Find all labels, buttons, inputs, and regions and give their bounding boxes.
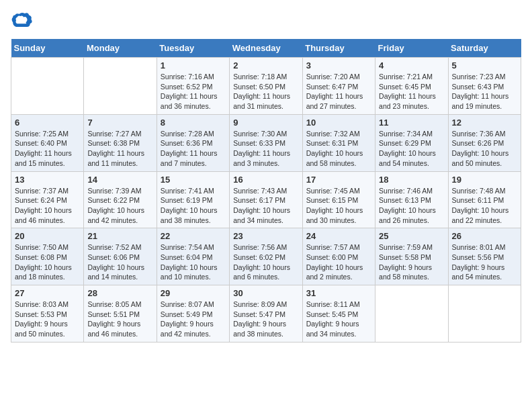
day-number: 30 <box>233 288 298 298</box>
day-number: 23 <box>233 231 298 241</box>
day-number: 14 <box>87 175 152 185</box>
day-number: 1 <box>161 60 226 71</box>
weekday-header-thursday: Thursday <box>302 39 375 58</box>
day-detail: Sunrise: 8:11 AM Sunset: 5:45 PM Dayligh… <box>306 300 371 339</box>
day-detail: Sunrise: 7:43 AM Sunset: 6:17 PM Dayligh… <box>233 186 298 226</box>
day-number: 4 <box>379 60 444 71</box>
calendar-cell: 7Sunrise: 7:27 AM Sunset: 6:38 PM Daylig… <box>84 114 157 171</box>
day-number: 9 <box>233 118 298 128</box>
calendar-cell: 24Sunrise: 7:57 AM Sunset: 6:00 PM Dayli… <box>302 228 375 285</box>
calendar-cell: 14Sunrise: 7:39 AM Sunset: 6:22 PM Dayli… <box>84 171 157 228</box>
day-detail: Sunrise: 7:59 AM Sunset: 5:58 PM Dayligh… <box>379 242 444 282</box>
day-detail: Sunrise: 7:34 AM Sunset: 6:29 PM Dayligh… <box>379 129 444 169</box>
day-detail: Sunrise: 7:30 AM Sunset: 6:33 PM Dayligh… <box>233 129 298 169</box>
calendar-cell: 16Sunrise: 7:43 AM Sunset: 6:17 PM Dayli… <box>230 171 302 228</box>
calendar-week-3: 13Sunrise: 7:37 AM Sunset: 6:24 PM Dayli… <box>11 171 521 228</box>
day-detail: Sunrise: 7:27 AM Sunset: 6:38 PM Dayligh… <box>87 129 152 169</box>
calendar-cell: 5Sunrise: 7:23 AM Sunset: 6:43 PM Daylig… <box>448 58 521 115</box>
calendar-cell: 31Sunrise: 8:11 AM Sunset: 5:45 PM Dayli… <box>302 285 375 342</box>
weekday-header-tuesday: Tuesday <box>157 39 229 58</box>
calendar-cell: 12Sunrise: 7:36 AM Sunset: 6:26 PM Dayli… <box>448 114 521 171</box>
weekday-header-wednesday: Wednesday <box>230 39 302 58</box>
day-number: 22 <box>161 231 226 241</box>
day-number: 6 <box>15 118 80 128</box>
weekday-header-row: SundayMondayTuesdayWednesdayThursdayFrid… <box>11 39 521 58</box>
day-detail: Sunrise: 7:57 AM Sunset: 6:00 PM Dayligh… <box>306 242 371 282</box>
calendar-cell <box>448 285 521 342</box>
day-number: 11 <box>379 118 444 128</box>
calendar-cell: 17Sunrise: 7:45 AM Sunset: 6:15 PM Dayli… <box>302 171 375 228</box>
calendar-table: SundayMondayTuesdayWednesdayThursdayFrid… <box>11 39 521 342</box>
day-detail: Sunrise: 7:46 AM Sunset: 6:13 PM Dayligh… <box>379 186 444 226</box>
calendar-cell: 11Sunrise: 7:34 AM Sunset: 6:29 PM Dayli… <box>375 114 448 171</box>
day-detail: Sunrise: 7:21 AM Sunset: 6:45 PM Dayligh… <box>379 72 444 111</box>
calendar-cell: 6Sunrise: 7:25 AM Sunset: 6:40 PM Daylig… <box>11 114 84 171</box>
calendar-cell: 13Sunrise: 7:37 AM Sunset: 6:24 PM Dayli… <box>11 171 84 228</box>
day-number: 31 <box>306 288 371 298</box>
day-detail: Sunrise: 7:20 AM Sunset: 6:47 PM Dayligh… <box>306 72 371 111</box>
calendar-cell: 3Sunrise: 7:20 AM Sunset: 6:47 PM Daylig… <box>302 58 375 115</box>
day-detail: Sunrise: 7:36 AM Sunset: 6:26 PM Dayligh… <box>452 129 517 169</box>
calendar-cell: 18Sunrise: 7:46 AM Sunset: 6:13 PM Dayli… <box>375 171 448 228</box>
day-number: 12 <box>452 118 517 128</box>
day-number: 2 <box>233 60 298 71</box>
day-number: 15 <box>161 175 226 185</box>
calendar-cell <box>11 58 84 115</box>
logo <box>11 11 35 32</box>
day-detail: Sunrise: 7:25 AM Sunset: 6:40 PM Dayligh… <box>15 129 80 169</box>
day-number: 27 <box>15 288 80 298</box>
calendar-cell: 9Sunrise: 7:30 AM Sunset: 6:33 PM Daylig… <box>230 114 302 171</box>
calendar-cell <box>375 285 448 342</box>
calendar-cell: 25Sunrise: 7:59 AM Sunset: 5:58 PM Dayli… <box>375 228 448 285</box>
day-detail: Sunrise: 8:09 AM Sunset: 5:47 PM Dayligh… <box>233 300 298 339</box>
calendar-cell: 26Sunrise: 8:01 AM Sunset: 5:56 PM Dayli… <box>448 228 521 285</box>
calendar-cell: 4Sunrise: 7:21 AM Sunset: 6:45 PM Daylig… <box>375 58 448 115</box>
calendar-cell: 2Sunrise: 7:18 AM Sunset: 6:50 PM Daylig… <box>230 58 302 115</box>
calendar-cell: 1Sunrise: 7:16 AM Sunset: 6:52 PM Daylig… <box>157 58 229 115</box>
day-number: 10 <box>306 118 371 128</box>
logo-icon <box>11 11 32 32</box>
weekday-header-sunday: Sunday <box>11 39 84 58</box>
day-detail: Sunrise: 7:23 AM Sunset: 6:43 PM Dayligh… <box>452 72 517 111</box>
day-detail: Sunrise: 8:03 AM Sunset: 5:53 PM Dayligh… <box>15 300 80 339</box>
day-number: 19 <box>452 175 517 185</box>
weekday-header-monday: Monday <box>84 39 157 58</box>
calendar-cell: 21Sunrise: 7:52 AM Sunset: 6:06 PM Dayli… <box>84 228 157 285</box>
day-number: 3 <box>306 60 371 71</box>
day-detail: Sunrise: 8:07 AM Sunset: 5:49 PM Dayligh… <box>161 300 226 339</box>
page-header <box>11 11 521 32</box>
calendar-cell: 30Sunrise: 8:09 AM Sunset: 5:47 PM Dayli… <box>230 285 302 342</box>
day-detail: Sunrise: 7:56 AM Sunset: 6:02 PM Dayligh… <box>233 242 298 282</box>
day-number: 13 <box>15 175 80 185</box>
calendar-cell: 10Sunrise: 7:32 AM Sunset: 6:31 PM Dayli… <box>302 114 375 171</box>
day-detail: Sunrise: 7:37 AM Sunset: 6:24 PM Dayligh… <box>15 186 80 226</box>
weekday-header-saturday: Saturday <box>448 39 521 58</box>
day-number: 17 <box>306 175 371 185</box>
calendar-week-4: 20Sunrise: 7:50 AM Sunset: 6:08 PM Dayli… <box>11 228 521 285</box>
day-number: 25 <box>379 231 444 241</box>
day-number: 24 <box>306 231 371 241</box>
day-detail: Sunrise: 7:54 AM Sunset: 6:04 PM Dayligh… <box>161 242 226 282</box>
day-number: 28 <box>87 288 152 298</box>
day-detail: Sunrise: 7:32 AM Sunset: 6:31 PM Dayligh… <box>306 129 371 169</box>
day-detail: Sunrise: 7:39 AM Sunset: 6:22 PM Dayligh… <box>87 186 152 226</box>
calendar-week-5: 27Sunrise: 8:03 AM Sunset: 5:53 PM Dayli… <box>11 285 521 342</box>
day-detail: Sunrise: 7:52 AM Sunset: 6:06 PM Dayligh… <box>87 242 152 282</box>
calendar-cell: 19Sunrise: 7:48 AM Sunset: 6:11 PM Dayli… <box>448 171 521 228</box>
day-detail: Sunrise: 7:41 AM Sunset: 6:19 PM Dayligh… <box>161 186 226 226</box>
day-number: 26 <box>452 231 517 241</box>
day-detail: Sunrise: 8:05 AM Sunset: 5:51 PM Dayligh… <box>87 300 152 339</box>
day-detail: Sunrise: 7:16 AM Sunset: 6:52 PM Dayligh… <box>161 72 226 111</box>
day-number: 16 <box>233 175 298 185</box>
day-number: 29 <box>161 288 226 298</box>
day-number: 18 <box>379 175 444 185</box>
day-detail: Sunrise: 7:48 AM Sunset: 6:11 PM Dayligh… <box>452 186 517 226</box>
day-number: 5 <box>452 60 517 71</box>
calendar-cell: 28Sunrise: 8:05 AM Sunset: 5:51 PM Dayli… <box>84 285 157 342</box>
day-number: 20 <box>15 231 80 241</box>
weekday-header-friday: Friday <box>375 39 448 58</box>
calendar-cell: 29Sunrise: 8:07 AM Sunset: 5:49 PM Dayli… <box>157 285 229 342</box>
calendar-cell: 8Sunrise: 7:28 AM Sunset: 6:36 PM Daylig… <box>157 114 229 171</box>
day-detail: Sunrise: 8:01 AM Sunset: 5:56 PM Dayligh… <box>452 242 517 282</box>
day-number: 8 <box>161 118 226 128</box>
